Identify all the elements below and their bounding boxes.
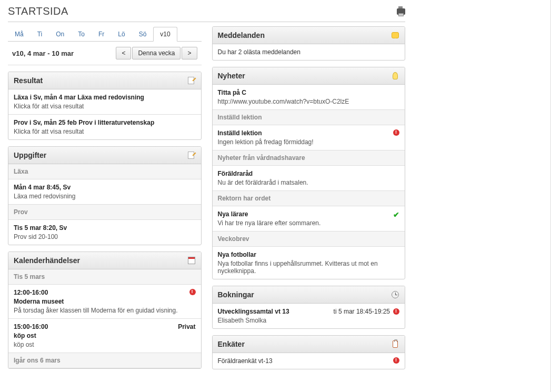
news-title: Nya fotbollar — [218, 251, 400, 258]
panel-kalender: Kalenderhändelser Tis 5 mars 12:00-16:00… — [8, 252, 202, 369]
uppgifter-heading: Uppgifter — [14, 151, 46, 159]
enkater-heading: Enkäter — [218, 340, 245, 348]
tab-fri[interactable]: Fr — [92, 27, 111, 42]
booking-sub: Elisabeth Smolka — [218, 317, 400, 324]
lightbulb-icon[interactable] — [393, 72, 398, 79]
message-icon[interactable] — [392, 32, 399, 38]
news-title: Inställd lektion — [218, 129, 314, 137]
clipboard-icon[interactable] — [393, 340, 398, 348]
nyheter-heading: Nyheter — [218, 72, 245, 80]
news-title: Titta på C — [218, 89, 400, 96]
page-title: STARTSIDA — [8, 5, 68, 17]
event-tag: Privat — [178, 323, 195, 330]
panel-meddelanden: Meddelanden Du har 2 olästa meddelanden — [212, 26, 406, 61]
booking-title: Utvecklingssamtal vt 13 — [218, 308, 289, 315]
event-time: 15:00-16:00 — [14, 323, 48, 330]
assignment-title: Mån 4 mar 8:45, Sv — [14, 184, 196, 191]
news-desc: Ingen lektion på fredag förmiddag! — [218, 138, 314, 146]
panel-bokningar: Bokningar Utvecklingssamtal vt 13 ti 5 m… — [212, 286, 406, 329]
uppgifter-group-label: Prov — [8, 205, 201, 220]
alert-icon — [393, 129, 399, 136]
bokningar-heading: Bokningar — [218, 290, 254, 299]
alert-icon — [189, 289, 196, 295]
news-title: Föräldraråd — [218, 170, 400, 177]
tab-week[interactable]: v10 — [153, 27, 177, 42]
panel-nyheter: Nyheter Titta på C http://www.youtube.co… — [212, 67, 406, 279]
assignment-item[interactable]: Mån 4 mar 8:45, Sv Läxa med redovisning — [8, 179, 201, 205]
news-section-label: Rektorn har ordet — [213, 191, 405, 206]
news-desc: Vi har tre nya lärare efter sommaren. — [218, 219, 321, 227]
unread-text: Du har 2 olästa meddelanden — [218, 48, 300, 56]
calendar-icon[interactable] — [188, 257, 195, 264]
unread-messages-link[interactable]: Du har 2 olästa meddelanden — [213, 44, 405, 60]
next-week-button[interactable]: > — [182, 47, 197, 59]
uppgifter-group-label: Läxa — [8, 164, 201, 179]
alert-icon — [393, 308, 399, 315]
news-section-label: Veckobrev — [213, 232, 405, 247]
result-title: Prov i Sv, mån 25 feb Prov i litteraturv… — [14, 119, 196, 126]
news-section-label: Nyheter från vårdnadshavare — [213, 150, 405, 166]
clock-icon[interactable] — [392, 291, 399, 298]
panel-resultat: Resultat Läxa i Sv, mån 4 mar Läxa med r… — [8, 72, 202, 140]
week-range-label: v10, 4 mar - 10 mar — [12, 49, 74, 57]
survey-item[interactable]: Föräldraenkät vt-13 — [213, 353, 405, 369]
alert-icon — [393, 357, 399, 364]
assignment-sub: Läxa med redovisning — [14, 193, 196, 200]
result-sub: Klicka för att visa resultat — [14, 103, 196, 110]
booking-item[interactable]: Utvecklingssamtal vt 13 ti 5 mar 18:45-1… — [213, 304, 405, 328]
kalender-day-label: Igår ons 6 mars — [8, 353, 201, 368]
panel-uppgifter: Uppgifter Läxa Mån 4 mar 8:45, Sv Läxa m… — [8, 146, 202, 245]
news-section-label: Inställd lektion — [213, 110, 405, 125]
event-title: Moderna museet — [14, 298, 64, 305]
calendar-event[interactable]: 12:00-16:00 Moderna museet På torsdag åk… — [8, 285, 201, 319]
tab-tue[interactable]: Ti — [31, 27, 49, 42]
assignment-title: Tis 5 mar 8:20, Sv — [14, 224, 196, 232]
edit-icon[interactable] — [188, 152, 195, 159]
event-title: köp ost — [14, 332, 196, 339]
news-item[interactable]: Titta på C http://www.youtube.com/watch?… — [213, 85, 405, 110]
kalender-heading: Kalenderhändelser — [14, 256, 80, 265]
news-item[interactable]: Föräldraråd Nu är det föräldraråd i mats… — [213, 166, 405, 191]
assignment-sub: Prov sid 20-100 — [14, 233, 196, 240]
event-desc: köp ost — [14, 341, 196, 348]
tab-thu[interactable]: To — [71, 27, 92, 42]
print-icon[interactable] — [397, 8, 405, 15]
result-item[interactable]: Prov i Sv, mån 25 feb Prov i litteraturv… — [8, 115, 201, 139]
tab-wed[interactable]: On — [49, 27, 71, 42]
assignment-item[interactable]: Tis 5 mar 8:20, Sv Prov sid 20-100 — [8, 220, 201, 245]
news-desc: Nya fotbollar finns i uppehållsrummet. K… — [218, 260, 400, 275]
news-desc: Nu är det föräldraråd i matsalen. — [218, 179, 400, 186]
kalender-day-label: Tis 5 mars — [8, 269, 201, 285]
result-item[interactable]: Läxa i Sv, mån 4 mar Läxa med redovisnin… — [8, 89, 201, 115]
edit-icon[interactable] — [188, 77, 195, 84]
tab-sun[interactable]: Sö — [132, 27, 154, 42]
tab-mon[interactable]: Må — [8, 27, 31, 42]
news-title: Nya lärare — [218, 210, 321, 218]
news-item[interactable]: Nya fotbollar Nya fotbollar finns i uppe… — [213, 247, 405, 279]
resultat-heading: Resultat — [14, 76, 43, 85]
news-desc: http://www.youtube.com/watch?v=btuxO-C2l… — [218, 98, 400, 105]
event-time: 12:00-16:00 — [14, 289, 64, 296]
panel-enkater: Enkäter Föräldraenkät vt-13 — [212, 335, 406, 369]
event-desc: På torsdag åker klassen till Moderna för… — [14, 307, 196, 314]
meddelanden-heading: Meddelanden — [218, 31, 265, 39]
weekday-tabs: Må Ti On To Fr Lö Sö v10 — [8, 26, 202, 42]
result-title: Läxa i Sv, mån 4 mar Läxa med redovisnin… — [14, 94, 196, 101]
tab-sat[interactable]: Lö — [111, 27, 132, 42]
news-item[interactable]: Inställd lektion Ingen lektion på fredag… — [213, 125, 405, 150]
news-item[interactable]: Nya lärare Vi har tre nya lärare efter s… — [213, 206, 405, 232]
check-icon: ✔ — [393, 210, 399, 219]
prev-week-button[interactable]: < — [116, 47, 131, 59]
booking-time: ti 5 mar 18:45-19:25 — [334, 308, 390, 315]
calendar-event[interactable]: 15:00-16:00 Privat köp ost köp ost — [8, 319, 201, 353]
current-week-button[interactable]: Denna vecka — [132, 47, 181, 59]
survey-title: Föräldraenkät vt-13 — [218, 357, 273, 365]
result-sub: Klicka för att visa resultat — [14, 128, 196, 135]
